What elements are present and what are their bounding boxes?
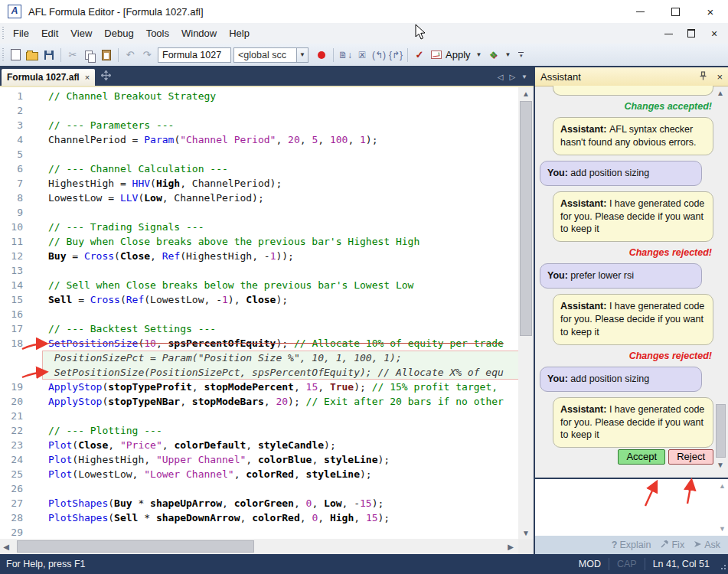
apply-dropdown-icon[interactable]: ▼ — [476, 51, 482, 58]
editor-vertical-scrollbar[interactable]: ▲ ▼ — [518, 87, 534, 539]
scroll-right-icon[interactable]: ▶ — [504, 539, 517, 554]
scroll-left-icon[interactable]: ◀ — [0, 539, 12, 554]
undo-icon: ↶ — [126, 50, 135, 60]
menu-edit[interactable]: Edit — [35, 25, 64, 41]
ask-button[interactable]: Ask — [694, 540, 720, 550]
code-text — [23, 481, 48, 496]
code-text: // Buy when Close breaks above the previ… — [23, 234, 419, 249]
menu-file[interactable]: File — [7, 25, 35, 41]
syntax-check-button[interactable]: ✓ — [411, 47, 428, 64]
mdi-minimize-button[interactable] — [662, 28, 674, 39]
horizontal-scroll-thumb[interactable] — [17, 540, 254, 553]
cut-button[interactable]: ✂ — [64, 47, 81, 64]
pin-icon[interactable] — [699, 71, 707, 83]
chat-scroll-up-icon[interactable]: ▲ — [714, 87, 726, 98]
tab-close-icon[interactable]: × — [85, 73, 90, 82]
close-button[interactable]: × — [693, 0, 728, 23]
code-text: LowestLow = LLV(Low, ChannelPeriod); — [23, 191, 264, 205]
toolbar-separator — [118, 48, 119, 62]
tab-strip: Formula 1027.afl × ◁ ▷ ▼ — [0, 67, 534, 87]
assistant-message: Assistant: I have generated code for you… — [553, 294, 713, 345]
tab-scroll-left-icon[interactable]: ◁ — [498, 73, 504, 81]
tab-list-dropdown-icon[interactable]: ▼ — [521, 73, 527, 80]
apply-label[interactable]: Apply — [446, 49, 471, 60]
menu-debug[interactable]: Debug — [98, 25, 139, 41]
chat-history[interactable]: Changes accepted!Assistant: AFL syntax c… — [535, 86, 728, 478]
line-number: 17 — [0, 321, 23, 336]
scope-combobox[interactable]: <global scc ▼ — [233, 47, 298, 63]
tab-formula-1027[interactable]: Formula 1027.afl × — [2, 69, 95, 86]
code-text: // --- Trading Signals --- — [23, 220, 204, 234]
code-token: Close — [78, 439, 108, 451]
code-token: colorRed — [246, 468, 294, 480]
line-number: 20 — [0, 394, 23, 409]
code-token: , — [246, 439, 258, 451]
explain-button[interactable]: ? Explain — [612, 540, 651, 550]
open-file-button[interactable] — [24, 47, 41, 64]
menu-window[interactable]: Window — [175, 25, 223, 41]
fix-button[interactable]: Fix — [660, 540, 684, 550]
redo-button[interactable]: ↷ — [139, 47, 155, 64]
editor-horizontal-scrollbar[interactable]: ◀ ▶ — [0, 539, 518, 554]
assistant-input[interactable]: ▲ ▼ — [535, 478, 728, 536]
vertical-scroll-thumb[interactable] — [520, 101, 532, 336]
fold-open-button[interactable]: (↰) — [371, 47, 387, 64]
tab-scroll-right-icon[interactable]: ▷ — [509, 73, 515, 81]
code-snippets-button[interactable]: ❖ — [485, 47, 501, 64]
code-lines: 1// Channel Breakout Strategy23// --- Pa… — [0, 87, 518, 539]
debug-step-button[interactable]: 🗎↓ — [337, 47, 354, 64]
menu-tools[interactable]: Tools — [140, 25, 175, 41]
line-number: 25 — [0, 467, 23, 481]
code-token: styleLine — [306, 468, 360, 480]
resize-grip[interactable] — [717, 554, 728, 574]
code-token: , - — [342, 497, 360, 509]
chat-scroll-thumb[interactable] — [716, 404, 726, 458]
code-token: "Lower Channel" — [144, 468, 233, 480]
assistant-close-icon[interactable]: × — [717, 71, 723, 83]
fold-close-button[interactable]: {↱} — [387, 47, 404, 64]
modified-indicator: MOD — [571, 559, 609, 569]
chat-scrollbar[interactable]: ▲ ▼ — [714, 86, 726, 478]
reject-button[interactable]: Reject — [668, 449, 713, 465]
debug-stop-button[interactable]: 🗷 — [354, 47, 371, 64]
mdi-restore-button[interactable] — [685, 28, 697, 39]
code-token: Plot — [48, 454, 72, 465]
toolbar-overflow-button[interactable]: ▾ — [518, 52, 524, 57]
syntax-check-icon: ✓ — [416, 49, 424, 60]
menu-help[interactable]: Help — [223, 25, 256, 41]
accept-button[interactable]: Accept — [618, 449, 665, 465]
minimize-button[interactable] — [622, 0, 658, 23]
code-editor[interactable]: 1// Channel Breakout Strategy23// --- Pa… — [0, 87, 518, 539]
scroll-up-icon[interactable]: ▲ — [518, 87, 534, 99]
new-file-button[interactable] — [7, 47, 24, 64]
menu-view[interactable]: View — [64, 25, 98, 41]
code-text — [23, 147, 48, 161]
scroll-down-icon[interactable]: ▼ — [518, 527, 534, 539]
code-token: , — [264, 396, 276, 407]
hammer-icon — [660, 540, 669, 550]
paste-button[interactable] — [98, 47, 115, 64]
code-line: 9 — [0, 205, 518, 220]
formula-name-field[interactable]: Formula 1027 — [158, 47, 231, 63]
combo-dropdown-icon[interactable]: ▼ — [296, 47, 309, 63]
save-button[interactable] — [41, 47, 57, 64]
toolbar: ✂ ↶ ↷ Formula 1027 <global scc ▼ 🗎↓ 🗷 (↰… — [0, 44, 728, 67]
input-scroll-down-icon[interactable]: ▼ — [719, 525, 726, 533]
record-button[interactable] — [313, 47, 330, 64]
line-number: 26 — [0, 481, 23, 496]
code-text: Sell = Cross(Ref(LowestLow, -1), Close); — [23, 292, 288, 307]
apply-button[interactable] — [428, 47, 445, 64]
mdi-close-button[interactable]: × — [708, 28, 720, 39]
chat-scroll-down-icon[interactable]: ▼ — [714, 459, 726, 470]
undo-button[interactable]: ↶ — [122, 47, 139, 64]
snippets-dropdown-icon[interactable]: ▼ — [504, 51, 511, 58]
message-prefix: Assistant: — [560, 198, 609, 209]
line-number: 7 — [0, 176, 23, 191]
code-token: , — [156, 338, 168, 349]
copy-button[interactable] — [81, 47, 98, 64]
redo-icon: ↷ — [143, 50, 152, 60]
code-line: 4ChannelPeriod = Param("Channel Period",… — [0, 132, 518, 147]
code-token: , — [300, 512, 312, 523]
maximize-button[interactable] — [658, 0, 693, 23]
input-scroll-up-icon[interactable]: ▲ — [719, 482, 726, 490]
